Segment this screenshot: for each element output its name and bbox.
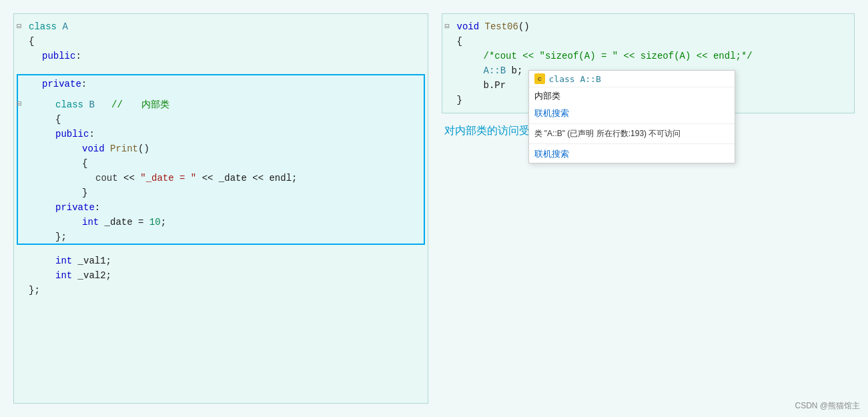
code-line: { <box>14 112 428 127</box>
code-line: int _val2; <box>14 268 428 283</box>
popup-header: C class A::B <box>529 71 735 87</box>
main-container: ⊟ class A { public: private: <box>0 0 868 417</box>
code-token: A::B b; <box>484 64 523 77</box>
popup-link-text-1: 联机搜索 <box>534 108 569 118</box>
popup-link-online-search-1[interactable]: 联机搜索 <box>529 105 735 122</box>
code-line: { <box>14 34 428 49</box>
code-token: { <box>55 113 61 126</box>
code-line: private: <box>14 200 428 215</box>
code-token: public: <box>42 49 81 63</box>
code-token: class A <box>29 20 68 33</box>
svg-text:C: C <box>538 76 542 82</box>
right-panel: ⊟ void Test06() { /*cout << "sizeof(A) =… <box>442 13 855 404</box>
popup-link-text-2: 联机搜索 <box>534 149 569 159</box>
popup-label-inner-class: 内部类 <box>534 91 560 101</box>
code-token: private: <box>55 201 100 214</box>
code-token: int _val2; <box>55 269 111 282</box>
code-token: }; <box>29 284 40 297</box>
code-line: private: <box>14 77 428 91</box>
popup-description: 类 "A::B" (已声明 所在行数:193) 不可访问 <box>529 125 735 142</box>
code-token: { <box>82 157 87 170</box>
code-line: int _date = 10; <box>14 215 428 230</box>
line-indicator: ⊟ <box>445 20 454 33</box>
watermark: CSDN @熊猫馆主 <box>795 400 860 412</box>
popup-separator <box>529 123 735 124</box>
code-line <box>14 63 428 77</box>
code-token: public: <box>55 127 95 141</box>
code-line: }; <box>14 230 428 244</box>
code-line: public: <box>14 127 428 141</box>
code-token: { <box>457 35 462 48</box>
code-line: int _val1; <box>14 254 428 268</box>
left-code-area: ⊟ class A { public: private: <box>14 19 428 298</box>
code-token: int _date = 10; <box>82 216 166 229</box>
code-line: cout << "_date = " << _date << endl; <box>14 171 428 185</box>
code-line: }; <box>14 283 428 298</box>
code-token: { <box>29 35 34 48</box>
code-token: } <box>82 186 87 199</box>
code-token: class B // 内部类 <box>55 97 169 111</box>
line-indicator: ⊟ <box>17 97 26 111</box>
code-token: b.Pr <box>484 79 506 92</box>
code-token: int _val1; <box>55 254 111 268</box>
code-token: cout << "_date = " << _date << endl; <box>95 171 297 185</box>
code-line: { <box>442 34 855 49</box>
code-line <box>14 91 428 97</box>
code-token: /*cout << "sizeof(A) = " << sizeof(A) <<… <box>484 49 753 63</box>
code-token: private: <box>42 77 87 91</box>
code-line: ⊟ void Test06() <box>442 19 855 34</box>
class-icon: C <box>534 73 545 84</box>
left-code-panel: ⊟ class A { public: private: <box>13 13 428 404</box>
code-token: void Print() <box>82 142 149 155</box>
code-token: void Test06() <box>457 20 530 33</box>
code-line <box>14 244 428 254</box>
code-line: ⊟ class A <box>14 19 428 34</box>
code-line: void Print() <box>14 141 428 156</box>
code-line: { <box>14 156 428 171</box>
line-indicator: ⊟ <box>17 20 26 33</box>
popup-separator-2 <box>529 143 735 144</box>
popup-link-online-search-2[interactable]: 联机搜索 <box>529 145 735 163</box>
popup-item-inner-class[interactable]: 内部类 <box>529 87 735 105</box>
autocomplete-popup: C class A::B 内部类 联机搜索 类 "A::B" (已声明 所在行数… <box>528 70 735 163</box>
code-line: /*cout << "sizeof(A) = " << sizeof(A) <<… <box>442 49 855 63</box>
popup-class-name: class A::B <box>549 74 601 84</box>
code-line: public: <box>14 49 428 63</box>
code-token: }; <box>55 230 67 244</box>
code-line: ⊟ class B // 内部类 <box>14 97 428 112</box>
code-line: } <box>14 185 428 200</box>
code-token: } <box>457 93 462 107</box>
